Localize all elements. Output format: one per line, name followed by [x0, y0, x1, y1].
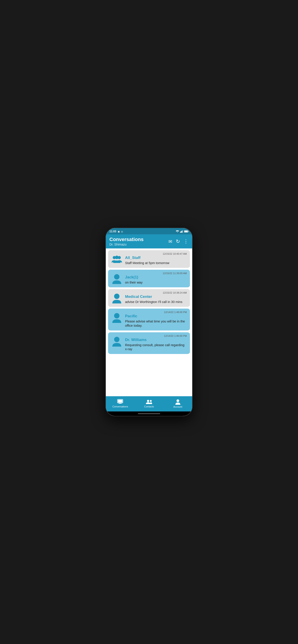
- conversation-list: 12/15/22 10:40:47 AM All_Staff Staff Mee…: [106, 248, 192, 396]
- svg-point-13: [114, 337, 119, 342]
- conversation-name: Dr. Williams: [125, 338, 187, 342]
- header-title-block: Conversations Dr. Shimazu: [109, 236, 144, 246]
- conversation-timestamp: 12/14/22 1:46:00 PM: [164, 334, 187, 337]
- home-bar: [138, 413, 160, 414]
- conversation-item[interactable]: 12/14/22 1:46:00 PM Dr. Williams Request…: [108, 332, 190, 354]
- status-bar: 11:03 ▣ ◎: [106, 228, 192, 234]
- conversation-name: Jack(1): [125, 275, 187, 280]
- svg-rect-3: [183, 230, 183, 232]
- svg-rect-2: [182, 231, 182, 233]
- account-nav-icon: [175, 399, 181, 405]
- conversation-name: All_Staff: [125, 256, 187, 260]
- signal-icon: [180, 230, 183, 233]
- svg-point-17: [150, 400, 152, 402]
- header-actions: ✉ ↻ ⋮: [168, 238, 189, 244]
- more-options-icon[interactable]: ⋮: [183, 238, 189, 244]
- nav-item-conversations[interactable]: Conversations: [106, 399, 135, 408]
- conversation-item[interactable]: 12/15/22 10:40:47 AM All_Staff Staff Mee…: [108, 250, 190, 268]
- single-avatar-icon: [112, 312, 122, 323]
- conversation-timestamp: 12/15/22 10:40:47 AM: [163, 252, 187, 255]
- avatar: [111, 312, 122, 323]
- single-avatar-icon: [112, 293, 122, 304]
- home-indicator: [106, 412, 192, 416]
- header-subtitle: Dr. Shimazu: [109, 242, 144, 246]
- svg-point-12: [114, 313, 119, 318]
- nav-label-contacts: Contacts: [144, 405, 154, 408]
- battery-icon: [184, 230, 189, 233]
- svg-point-11: [114, 294, 119, 299]
- group-avatar-icon: [111, 254, 122, 264]
- phone-frame: 11:03 ▣ ◎: [105, 228, 193, 416]
- svg-rect-0: [180, 232, 181, 232]
- avatar: [111, 274, 122, 284]
- conversation-preview: Staff Meeting at 5pm tomorrow: [125, 261, 187, 265]
- conversation-preview: advise Dr Worthington I'll call in 30 mi…: [125, 300, 187, 304]
- avatar: [111, 254, 122, 264]
- conversation-content: 12/15/22 11:39:00 AM Jack(1) on their wa…: [125, 272, 187, 285]
- svg-rect-1: [181, 231, 182, 233]
- conversation-item[interactable]: 12/15/22 10:38:24 AM Medical Center advi…: [108, 289, 190, 307]
- svg-rect-15: [118, 400, 122, 402]
- conversation-header: 12/14/22 1:48:00 PM: [125, 311, 187, 314]
- conversation-item[interactable]: 12/14/22 1:48:00 PM Pacific Please advis…: [108, 308, 190, 330]
- conversation-timestamp: 12/15/22 10:38:24 AM: [163, 291, 187, 294]
- page-title: Conversations: [109, 236, 144, 242]
- conversation-timestamp: 12/15/22 11:39:00 AM: [163, 272, 187, 274]
- conversations-nav-icon: [117, 399, 123, 404]
- conversation-timestamp: 12/14/22 1:48:00 PM: [164, 311, 187, 314]
- wifi-icon: [176, 230, 179, 233]
- conversation-header: 12/15/22 10:40:47 AM: [125, 252, 187, 255]
- nav-label-conversations: Conversations: [112, 405, 128, 408]
- conversation-content: 12/14/22 1:46:00 PM Dr. Williams Request…: [125, 334, 187, 352]
- conversation-preview: Requesting consult, please call regardin…: [125, 343, 187, 352]
- avatar: [111, 293, 122, 304]
- svg-point-9: [115, 256, 119, 260]
- contacts-nav-icon: [146, 399, 152, 404]
- conversation-header: 12/14/22 1:46:00 PM: [125, 334, 187, 337]
- refresh-icon[interactable]: ↻: [176, 238, 180, 244]
- svg-point-10: [114, 274, 119, 280]
- app-header: Conversations Dr. Shimazu ✉ ↻ ⋮: [106, 234, 192, 248]
- svg-point-16: [147, 400, 149, 402]
- phone-screen: 11:03 ▣ ◎: [106, 228, 192, 416]
- single-avatar-icon: [112, 274, 122, 284]
- svg-point-18: [176, 399, 179, 402]
- conversation-header: 12/15/22 10:38:24 AM: [125, 291, 187, 294]
- conversation-header: 12/15/22 11:39:00 AM: [125, 272, 187, 274]
- location-icon: ◎: [121, 230, 123, 233]
- avatar: [111, 336, 122, 346]
- svg-rect-6: [184, 231, 187, 232]
- single-avatar-icon: [112, 336, 122, 346]
- status-time: 11:03: [109, 230, 116, 233]
- status-left: 11:03 ▣ ◎: [109, 230, 123, 233]
- conversation-name: Medical Center: [125, 294, 187, 299]
- conversation-preview: Please advise what time you will be in t…: [125, 319, 187, 328]
- nav-item-account[interactable]: Account: [163, 399, 192, 408]
- nav-item-contacts[interactable]: Contacts: [135, 399, 164, 408]
- conversation-name: Pacific: [125, 314, 187, 318]
- keyboard-icon: ▣: [118, 230, 120, 233]
- conversation-item[interactable]: 12/15/22 11:39:00 AM Jack(1) on their wa…: [108, 270, 190, 287]
- svg-rect-5: [188, 231, 188, 232]
- conversation-content: 12/15/22 10:38:24 AM Medical Center advi…: [125, 291, 187, 304]
- conversation-preview: on their way: [125, 280, 187, 285]
- nav-label-account: Account: [173, 406, 182, 408]
- mail-icon[interactable]: ✉: [168, 239, 172, 244]
- status-right: [176, 230, 189, 233]
- conversation-content: 12/14/22 1:48:00 PM Pacific Please advis…: [125, 311, 187, 328]
- conversation-content: 12/15/22 10:40:47 AM All_Staff Staff Mee…: [125, 252, 187, 265]
- bottom-nav: Conversations Contacts Account: [106, 396, 192, 412]
